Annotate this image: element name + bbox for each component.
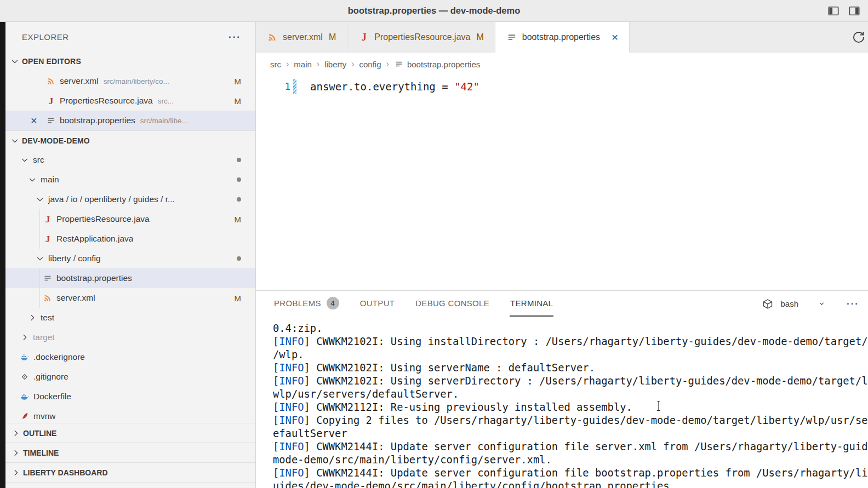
line-number: 1	[256, 81, 290, 92]
chevron-down-icon	[10, 136, 19, 145]
workspace-root-label: DEV-MODE-DEMO	[22, 136, 90, 145]
tree-folder-target[interactable]: target	[5, 328, 255, 347]
sidebar-footer	[5, 482, 255, 488]
chevron-right-icon	[11, 429, 20, 438]
chevron-down-icon	[35, 254, 44, 263]
property-value: "42"	[454, 81, 479, 93]
mouse-text-cursor	[655, 400, 662, 414]
breadcrumb: src›main›liberty›config›bootstrap.proper…	[256, 53, 868, 76]
file-name: .dockerignore	[33, 352, 85, 362]
tree-file-gitignore[interactable]: .gitignore	[5, 367, 255, 387]
chevron-down-icon	[20, 156, 29, 164]
tree-folder-src[interactable]: src	[5, 150, 255, 170]
more-actions-icon[interactable]: ···	[229, 32, 241, 42]
file-name: mvnw	[33, 411, 55, 421]
file-path: src/main/libe...	[140, 117, 188, 125]
chevron-right-icon	[20, 333, 29, 342]
tree-file-mvnw[interactable]: mvnw	[5, 406, 255, 423]
panel-tab-debug-console[interactable]: DEBUG CONSOLE	[415, 291, 490, 317]
tree-folder-java-io-openliberty-guides-r[interactable]: java / io / openliberty / guides / r...	[5, 190, 255, 209]
toggle-panel-icon[interactable]	[827, 5, 840, 17]
shell-label[interactable]: bash	[780, 299, 798, 308]
explorer-sidebar: EXPLORER ··· OPEN EDITORS server.xmlsrc/…	[5, 22, 256, 488]
xml-icon	[43, 294, 53, 302]
git-modified-dot	[237, 256, 241, 261]
code-line: 1 answer.to.everything = "42"	[256, 78, 868, 95]
terminal-line: [INFO] CWWKM2112I: Re-using previously i…	[273, 401, 868, 414]
tree-folder-liberty-config[interactable]: liberty / config	[5, 249, 255, 268]
close-tab-icon[interactable]: ×	[612, 31, 618, 43]
tree-file-dockerfile[interactable]: Dockerfile	[5, 387, 255, 406]
panel-tab-output[interactable]: OUTPUT	[359, 291, 395, 317]
xml-icon	[46, 77, 56, 85]
panel-actions: bash ···	[762, 298, 859, 309]
terminal-line: [INFO] CWWKM2102I: Using serverDirectory…	[273, 375, 868, 388]
file-name: PropertiesResource.java	[60, 96, 153, 106]
tree-folder-test[interactable]: test	[5, 308, 255, 328]
terminal-output[interactable]: 0.4:zip.[INFO] CWWKM2102I: Using install…	[256, 317, 868, 488]
git-icon	[20, 372, 30, 381]
toggle-secondary-sidebar-icon[interactable]	[848, 5, 860, 17]
file-name: main	[41, 175, 59, 185]
tab-propertiesresource-java[interactable]: JPropertiesResource.javaM	[347, 22, 495, 52]
file-name: server.xml	[56, 293, 95, 303]
open-editor-bootstrap-properties[interactable]: ×bootstrap.propertiessrc/main/libe...	[5, 111, 255, 130]
tab-bootstrap-properties[interactable]: bootstrap.properties×	[495, 22, 630, 52]
breadcrumb-item-liberty[interactable]: liberty	[324, 60, 346, 69]
file-name: bootstrap.properties	[60, 116, 135, 125]
workspace-root-header[interactable]: DEV-MODE-DEMO	[5, 130, 255, 150]
terminal-line: [INFO] CWWKM2102I: Using serverName : de…	[273, 361, 868, 375]
java-icon: J	[43, 234, 53, 244]
section-label: OUTLINE	[23, 429, 56, 438]
sidebar-section-outline[interactable]: OUTLINE	[5, 423, 255, 443]
open-editor-server-xml[interactable]: server.xmlsrc/main/liberty/co...M	[5, 71, 255, 91]
breadcrumb-separator-icon: ›	[386, 59, 389, 69]
properties-icon	[43, 274, 53, 283]
tree-file-restapplication-java[interactable]: JRestApplication.java	[5, 229, 255, 249]
launch-profile-dropdown-icon[interactable]	[818, 300, 825, 307]
close-editor-icon[interactable]: ×	[31, 115, 37, 126]
breadcrumb-item-main[interactable]: main	[294, 60, 312, 69]
xml-icon	[267, 32, 278, 42]
open-editors-header[interactable]: OPEN EDITORS	[5, 51, 255, 71]
open-timeline-icon[interactable]	[852, 30, 866, 44]
file-name: Dockerfile	[33, 392, 71, 401]
git-modified-dot	[237, 177, 241, 182]
breadcrumb-separator-icon: ›	[351, 59, 354, 69]
git-modified-badge: M	[476, 32, 483, 42]
panel-tab-terminal[interactable]: TERMINAL	[510, 291, 553, 317]
panel-tab-problems[interactable]: PROBLEMS4	[273, 291, 340, 317]
editor[interactable]: 1 answer.to.everything = "42"	[256, 76, 868, 290]
panel-tabs: PROBLEMS4OUTPUTDEBUG CONSOLETERMINAL	[273, 291, 553, 317]
sidebar-section-liberty-dashboard[interactable]: LIBERTY DASHBOARD	[5, 462, 255, 482]
terminal-more-actions-icon[interactable]: ···	[847, 299, 859, 308]
chevron-right-icon	[11, 449, 20, 457]
chevron-right-icon	[27, 313, 37, 322]
terminal-line: mode-demo/src/main/liberty/config/server…	[273, 453, 868, 467]
tab-label: bootstrap.properties	[522, 32, 600, 42]
file-path: src/main/liberty/co...	[104, 77, 169, 85]
equals-sign: =	[436, 81, 454, 93]
breadcrumb-item-config[interactable]: config	[359, 60, 381, 69]
tree-file-dockerignore[interactable]: .dockerignore	[5, 347, 255, 367]
git-modified-badge: M	[235, 294, 242, 303]
panel-tab-label: TERMINAL	[510, 298, 553, 308]
panel-tab-label: DEBUG CONSOLE	[415, 298, 489, 308]
breadcrumb-item-src[interactable]: src	[270, 60, 281, 69]
tree-file-server-xml[interactable]: server.xmlM	[5, 288, 255, 308]
tree-folder-main[interactable]: main	[5, 170, 255, 190]
breadcrumb-item-bootstrap-properties[interactable]: bootstrap.properties	[394, 60, 480, 69]
section-label: TIMELINE	[23, 449, 59, 457]
file-name: bootstrap.properties	[56, 273, 132, 283]
tree-file-propertiesresource-java[interactable]: JPropertiesResource.javaM	[5, 209, 255, 229]
git-modified-badge: M	[235, 77, 242, 86]
sidebar-section-timeline[interactable]: TIMELINE	[5, 443, 255, 462]
file-name: target	[33, 332, 55, 342]
java-icon: J	[358, 32, 369, 42]
terminal-line: wlp/usr/servers/defaultServer.	[273, 388, 868, 401]
tree-file-bootstrap-properties[interactable]: bootstrap.properties	[5, 268, 255, 288]
terminal-line: [INFO] CWWKM2102I: Using installDirector…	[273, 335, 868, 348]
tab-server-xml[interactable]: server.xmlM	[256, 22, 347, 52]
git-modified-dot	[237, 158, 241, 162]
open-editor-propertiesresource-java[interactable]: JPropertiesResource.javasrc...M	[5, 91, 255, 111]
